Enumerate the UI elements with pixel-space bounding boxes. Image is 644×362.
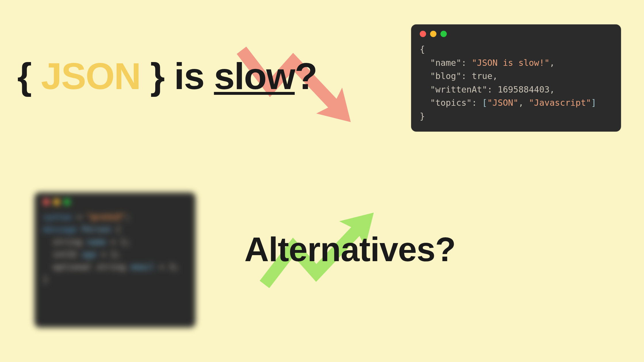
close-dot-icon — [43, 199, 49, 205]
zoom-dot-icon — [440, 31, 447, 37]
code-token: age — [82, 250, 97, 259]
code-token: "topics" — [430, 98, 472, 108]
code-token: "blog" — [430, 71, 461, 81]
code-token: [ — [482, 98, 487, 108]
question-mark: ? — [295, 55, 317, 97]
code-token: = 1; — [106, 237, 130, 247]
code-token: message — [43, 225, 77, 234]
code-token: Person — [77, 225, 116, 234]
code-token: ; — [126, 212, 131, 222]
minimize-dot-icon — [430, 31, 436, 37]
code-token: "writtenAt" — [430, 84, 487, 95]
minimize-dot-icon — [53, 199, 60, 205]
code-token: optional string — [43, 262, 130, 272]
is-word: is — [174, 55, 204, 97]
code-token: ] — [591, 98, 596, 108]
slow-word: slow — [214, 55, 295, 97]
zoom-dot-icon — [64, 199, 70, 205]
code-token: { — [420, 44, 425, 54]
code-token: name — [87, 237, 106, 247]
code-token: "proto3" — [87, 212, 126, 222]
code-token: "Javascript" — [529, 98, 591, 108]
code-token: } — [420, 111, 425, 121]
code-token: { — [116, 225, 121, 234]
code-token: "JSON is slow!" — [472, 58, 550, 68]
code-token: } — [43, 275, 48, 284]
code-token: "JSON" — [487, 98, 518, 108]
code-token: = 3; — [155, 262, 179, 272]
json-code-window: { "name": "JSON is slow!", "blog": true,… — [411, 24, 621, 132]
code-token: 1695884403 — [498, 84, 550, 95]
json-word: JSON — [41, 55, 141, 97]
code-token: = 2; — [96, 250, 120, 259]
code-token: true — [472, 71, 492, 81]
code-token: = — [72, 212, 87, 222]
window-controls — [43, 199, 187, 205]
headline: { JSON } is slow? — [17, 55, 317, 98]
code-token: email — [130, 262, 154, 272]
json-code: { "name": "JSON is slow!", "blog": true,… — [420, 43, 612, 123]
code-token: int32 — [43, 250, 82, 259]
brace-close: } — [150, 55, 164, 97]
code-token: syntax — [43, 212, 72, 222]
code-token: string — [43, 237, 87, 247]
close-dot-icon — [420, 31, 426, 37]
code-token: "name" — [430, 58, 461, 68]
alternatives-heading: Alternatives? — [244, 230, 456, 269]
brace-open: { — [17, 55, 31, 97]
proto-code-window: syntax = "proto3"; message Person { stri… — [34, 192, 195, 328]
window-controls — [420, 31, 612, 37]
proto-code: syntax = "proto3"; message Person { stri… — [43, 211, 187, 286]
